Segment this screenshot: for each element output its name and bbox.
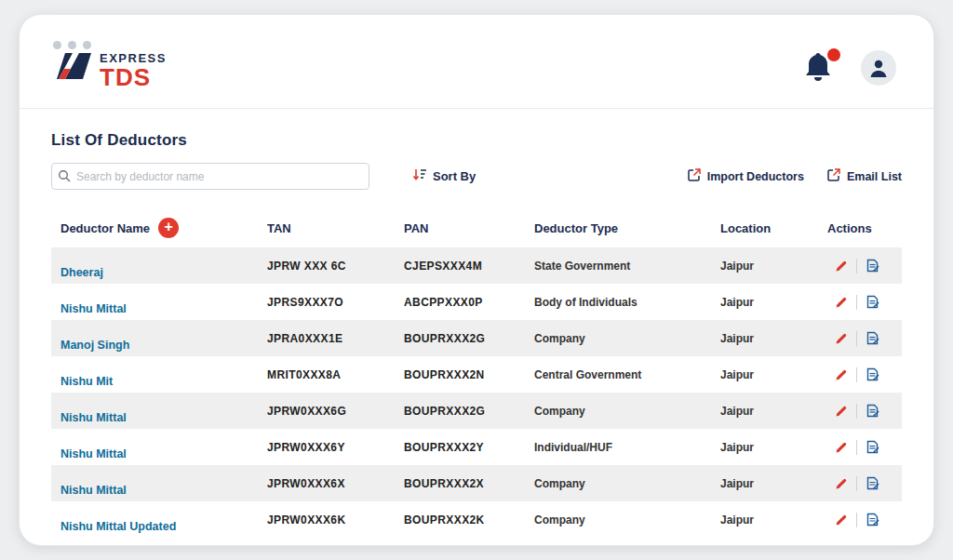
edit-pencil-icon[interactable] <box>835 477 848 490</box>
email-list-button[interactable]: Email List <box>826 167 902 186</box>
actions-divider <box>856 440 857 455</box>
import-deductors-label: Import Deductors <box>707 170 804 183</box>
cell-pan: BOUPRXXX2K <box>404 513 534 527</box>
cell-location: Jaipur <box>720 296 827 309</box>
cell-actions <box>827 476 902 491</box>
document-edit-icon[interactable] <box>866 513 879 527</box>
sort-icon <box>412 167 427 185</box>
main-content: List Of Deductors <box>20 131 933 538</box>
deductor-name-link[interactable]: Manoj Singh <box>60 339 129 352</box>
cell-pan: BOUPRXXX2G <box>404 332 534 345</box>
email-list-label: Email List <box>847 170 902 183</box>
sort-by-button[interactable]: Sort By <box>412 167 476 185</box>
window-dot <box>53 41 61 49</box>
deductor-name-link[interactable]: Nishu Mittal <box>60 411 127 424</box>
table-body: Dheeraj JPRW XXX 6C CJEPSXXX4M State Gov… <box>51 247 902 538</box>
cell-actions <box>827 440 902 455</box>
email-export-icon <box>826 167 841 186</box>
table-row: Dheeraj JPRW XXX 6C CJEPSXXX4M State Gov… <box>51 247 902 284</box>
logo-flag-icon <box>57 52 92 84</box>
cell-deductor-name: Nishu Mittal <box>60 302 267 315</box>
cell-deductor-name: Dheeraj <box>60 266 267 279</box>
import-deductors-button[interactable]: Import Deductors <box>687 167 804 186</box>
cell-tan: JPRA0XXX1E <box>267 332 404 345</box>
document-edit-icon[interactable] <box>866 367 879 381</box>
document-edit-icon[interactable] <box>866 259 879 273</box>
logo-text: EXPRESS TDS <box>100 52 167 89</box>
table-row: Nishu Mittal JPRW0XXX6Y BOUPRXXX2Y Indiv… <box>51 429 902 465</box>
add-deductor-button[interactable]: + <box>158 218 179 238</box>
window-dots <box>53 41 91 49</box>
notification-bell-icon[interactable] <box>803 50 837 86</box>
document-edit-icon[interactable] <box>866 476 879 490</box>
cell-tan: JPRW0XXX6G <box>267 405 404 418</box>
header-actions <box>803 50 896 86</box>
edit-pencil-icon[interactable] <box>835 260 848 273</box>
cell-pan: BOUPRXXX2X <box>404 477 534 490</box>
col-header-deductor-type: Deductor Type <box>534 221 720 235</box>
logo-tds-label: TDS <box>100 65 167 89</box>
cell-deductor-type: Company <box>534 332 720 345</box>
cell-deductor-name: Nishu Mittal <box>60 447 267 460</box>
cell-deductor-name: Nishu Mittal Updated <box>60 520 267 533</box>
cell-location: Jaipur <box>720 441 827 454</box>
deductor-name-link[interactable]: Dheeraj <box>60 266 103 279</box>
actions-divider <box>856 331 857 346</box>
cell-actions <box>827 513 902 527</box>
cell-pan: CJEPSXXX4M <box>404 260 534 273</box>
cell-actions <box>827 367 902 382</box>
edit-pencil-icon[interactable] <box>835 405 848 418</box>
cell-pan: ABCPPXXX0P <box>404 296 534 309</box>
cell-pan: BOUPRXXX2Y <box>404 441 534 454</box>
document-edit-icon[interactable] <box>866 404 879 418</box>
cell-location: Jaipur <box>720 332 827 345</box>
page-title: List Of Deductors <box>51 131 902 150</box>
table-row: Manoj Singh JPRA0XXX1E BOUPRXXX2G Compan… <box>51 320 902 356</box>
actions-divider <box>856 295 857 310</box>
user-avatar[interactable] <box>861 50 896 86</box>
col-header-label: Deductor Name <box>60 221 150 235</box>
app-window: EXPRESS TDS List Of Deductors <box>19 14 934 546</box>
header-divider <box>20 108 933 109</box>
express-tds-logo: EXPRESS TDS <box>57 52 167 89</box>
document-edit-icon[interactable] <box>866 331 879 345</box>
edit-pencil-icon[interactable] <box>835 332 848 345</box>
cell-deductor-type: Company <box>534 477 720 490</box>
actions-divider <box>856 367 857 382</box>
cell-deductor-type: Company <box>534 513 720 527</box>
deductor-name-link[interactable]: Nishu Mittal <box>60 447 127 460</box>
cell-deductor-name: Manoj Singh <box>60 339 267 352</box>
cell-tan: JPRW0XXX6K <box>267 513 404 527</box>
window-dot <box>83 41 91 49</box>
edit-pencil-icon[interactable] <box>835 441 848 454</box>
window-dot <box>68 41 76 49</box>
edit-pencil-icon[interactable] <box>835 368 848 381</box>
deductor-name-link[interactable]: Nishu Mittal Updated <box>60 520 176 533</box>
search-input[interactable] <box>51 163 369 190</box>
cell-tan: MRIT0XXX8A <box>267 368 404 381</box>
cell-actions <box>827 295 902 310</box>
search-box <box>51 163 369 190</box>
cell-actions <box>827 331 902 346</box>
deductor-name-link[interactable]: Nishu Mittal <box>60 302 127 315</box>
cell-location: Jaipur <box>720 260 827 273</box>
deductor-name-link[interactable]: Nishu Mittal <box>60 484 127 497</box>
cell-deductor-name: Nishu Mittal <box>60 411 267 424</box>
col-header-tan: TAN <box>267 221 404 235</box>
col-header-pan: PAN <box>404 221 534 235</box>
cell-pan: BOUPRXXX2G <box>404 405 534 418</box>
table-row: Nishu Mit MRIT0XXX8A BOUPRXXX2N Central … <box>51 356 902 393</box>
table-row: Nishu Mittal JPRS9XXX7O ABCPPXXX0P Body … <box>51 284 902 320</box>
document-edit-icon[interactable] <box>866 440 879 454</box>
edit-pencil-icon[interactable] <box>835 513 848 527</box>
edit-pencil-icon[interactable] <box>835 296 848 309</box>
actions-divider <box>856 476 857 491</box>
cell-tan: JPRS9XXX7O <box>267 296 404 309</box>
table-header-row: Deductor Name + TAN PAN Deductor Type Lo… <box>51 208 902 247</box>
deductor-name-link[interactable]: Nishu Mit <box>60 375 113 388</box>
cell-location: Jaipur <box>720 405 827 418</box>
toolbar: Sort By Import Deductors <box>51 163 902 190</box>
cell-deductor-name: Nishu Mit <box>60 375 267 388</box>
document-edit-icon[interactable] <box>866 295 879 309</box>
toolbar-right: Import Deductors Email List <box>687 167 902 186</box>
